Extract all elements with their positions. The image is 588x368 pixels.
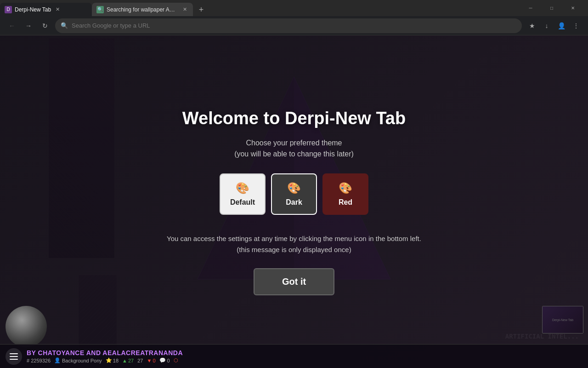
tab-2-title: Searching for wallpaper AND (sa...	[107, 6, 178, 13]
close-button[interactable]: ✕	[562, 0, 583, 16]
subtitle-line-2: (you will be able to change this later)	[124, 149, 464, 160]
theme-dark-label: Dark	[286, 198, 302, 207]
dialog-content: Welcome to Derpi-New Tab Choose your pre…	[115, 99, 473, 305]
info-text: You can access the settings at any time …	[124, 233, 464, 255]
dialog-overlay: Welcome to Derpi-New Tab Choose your pre…	[0, 35, 588, 368]
window-controls: ─ □ ✕	[515, 0, 588, 16]
new-tab-button[interactable]: +	[195, 3, 208, 16]
subtitle-line-1: Choose your preferred theme	[124, 138, 464, 149]
dialog-title: Welcome to Derpi-New Tab	[124, 109, 464, 128]
theme-red-icon: 🎨	[339, 182, 352, 195]
tab-1[interactable]: D Derpi-New Tab ✕	[0, 3, 92, 16]
theme-red-label: Red	[339, 198, 352, 207]
title-bar: D Derpi-New Tab ✕ 🔍 Searching for wallpa…	[0, 0, 588, 16]
theme-dark-button[interactable]: 🎨 Dark	[271, 173, 317, 215]
back-button[interactable]: ←	[6, 19, 18, 32]
menu-icon[interactable]: ⋮	[570, 19, 582, 32]
browser-frame: D Derpi-New Tab ✕ 🔍 Searching for wallpa…	[0, 0, 588, 368]
profile-icon[interactable]: 👤	[555, 19, 568, 32]
tab-2[interactable]: 🔍 Searching for wallpaper AND (sa... ✕	[92, 3, 193, 16]
minimize-button[interactable]: ─	[520, 0, 541, 16]
got-it-button[interactable]: Got it	[254, 268, 334, 295]
tab-strip: D Derpi-New Tab ✕ 🔍 Searching for wallpa…	[0, 0, 515, 16]
maximize-button[interactable]: □	[541, 0, 562, 16]
forward-button[interactable]: →	[22, 19, 35, 32]
theme-red-button[interactable]: 🎨 Red	[322, 173, 368, 215]
tab-2-close[interactable]: ✕	[181, 6, 188, 13]
nav-bar: ← → ↻ 🔍 ★ ↓ 👤 ⋮	[0, 16, 588, 35]
search-icon: 🔍	[61, 22, 68, 29]
downloads-icon[interactable]: ↓	[540, 19, 553, 32]
bookmark-icon[interactable]: ★	[526, 19, 538, 32]
dialog-subtitle: Choose your preferred theme (you will be…	[124, 138, 464, 160]
theme-default-button[interactable]: 🎨 Default	[220, 173, 266, 215]
info-line-1: You can access the settings at any time …	[124, 233, 464, 244]
address-bar[interactable]: 🔍	[55, 18, 522, 33]
tab-1-title: Derpi-New Tab	[15, 6, 51, 13]
refresh-button[interactable]: ↻	[39, 19, 51, 32]
tab-2-favicon: 🔍	[96, 6, 104, 13]
theme-buttons: 🎨 Default 🎨 Dark 🎨 Red	[124, 173, 464, 215]
tab-1-close[interactable]: ✕	[54, 6, 61, 13]
theme-default-label: Default	[230, 198, 255, 207]
address-input[interactable]	[72, 22, 516, 29]
theme-dark-icon: 🎨	[287, 182, 301, 195]
page-content: CAUTION PRIMARY ARTIFICIAL INTEL... Welc…	[0, 35, 588, 368]
info-line-2: (this message is only displayed once)	[124, 244, 464, 255]
nav-icons: ★ ↓ 👤 ⋮	[526, 19, 582, 32]
tab-1-favicon: D	[5, 6, 12, 13]
theme-default-icon: 🎨	[236, 182, 249, 195]
